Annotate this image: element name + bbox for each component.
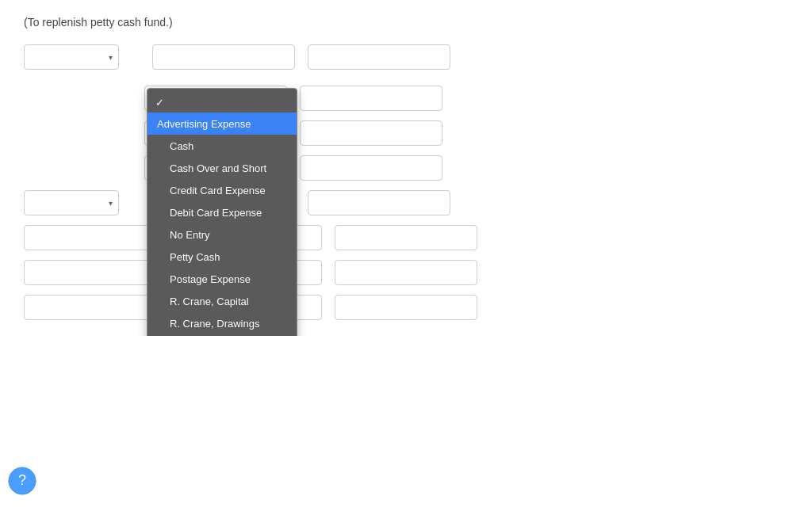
dropdown-item-no-entry[interactable]: No Entry (147, 223, 297, 246)
form-row-8: ▾ (24, 295, 788, 320)
form-row-4 (24, 155, 788, 181)
input-col3-row2[interactable] (300, 86, 442, 111)
checkmark-icon: ✓ (155, 97, 164, 109)
form-row-3 (24, 120, 788, 146)
page-container: (To replenish petty cash fund.) ▾ ✓ Adve… (0, 0, 812, 336)
wide-select-wrapper-8: ▾ (24, 295, 167, 320)
form-row-1: ▾ (24, 44, 788, 70)
form-grid: ▾ ✓ Advertising Expense Cash Cash Over a… (24, 44, 788, 320)
account-dropdown: ✓ Advertising Expense Cash Cash Over and… (147, 88, 297, 336)
input-col3-row3[interactable] (300, 120, 442, 146)
dropdown-item-postage-expense[interactable]: Postage Expense (147, 268, 297, 290)
input-col3-row4[interactable] (300, 155, 442, 181)
subtitle: (To replenish petty cash fund.) (24, 16, 788, 29)
input-col3-row5[interactable] (308, 190, 450, 215)
dropdown-item-cash[interactable]: Cash (147, 135, 297, 157)
dropdown-item-petty-cash[interactable]: Petty Cash (147, 246, 297, 268)
dropdown-item-debit-card-expense[interactable]: Debit Card Expense (147, 201, 297, 223)
input-col2-row1[interactable] (152, 44, 295, 70)
small-select-wrapper-5: ▾ (24, 190, 119, 215)
dropdown-item-advertising-expense[interactable]: Advertising Expense (147, 112, 297, 135)
input-col3-row6[interactable] (335, 225, 477, 250)
wide-select-8[interactable] (24, 295, 167, 320)
dropdown-item-credit-card-expense[interactable]: Credit Card Expense (147, 179, 297, 201)
dropdown-item-repairs-expense[interactable]: Repairs Expense (147, 334, 297, 336)
wide-select-wrapper-6: ▾ (24, 225, 167, 250)
form-row-5: ▾ (24, 190, 788, 215)
wide-select-6[interactable] (24, 225, 167, 250)
small-select-wrapper-1: ▾ (24, 44, 119, 70)
small-select-1[interactable] (24, 44, 119, 70)
input-col3-row1[interactable] (308, 44, 450, 70)
wide-select-wrapper-7: ▾ (24, 260, 167, 285)
form-row-6: ▾ (24, 225, 788, 250)
form-row-2 (24, 86, 788, 111)
wide-select-7[interactable] (24, 260, 167, 285)
input-col3-row7[interactable] (335, 260, 477, 285)
small-select-5[interactable] (24, 190, 119, 215)
dropdown-item-r-crane-drawings[interactable]: R. Crane, Drawings (147, 312, 297, 334)
dropdown-item-cash-over-short[interactable]: Cash Over and Short (147, 157, 297, 179)
dropdown-empty-item[interactable]: ✓ (147, 92, 297, 112)
dropdown-item-r-crane-capital[interactable]: R. Crane, Capital (147, 290, 297, 312)
input-col3-row8[interactable] (335, 295, 477, 320)
form-row-7: ▾ (24, 260, 788, 285)
